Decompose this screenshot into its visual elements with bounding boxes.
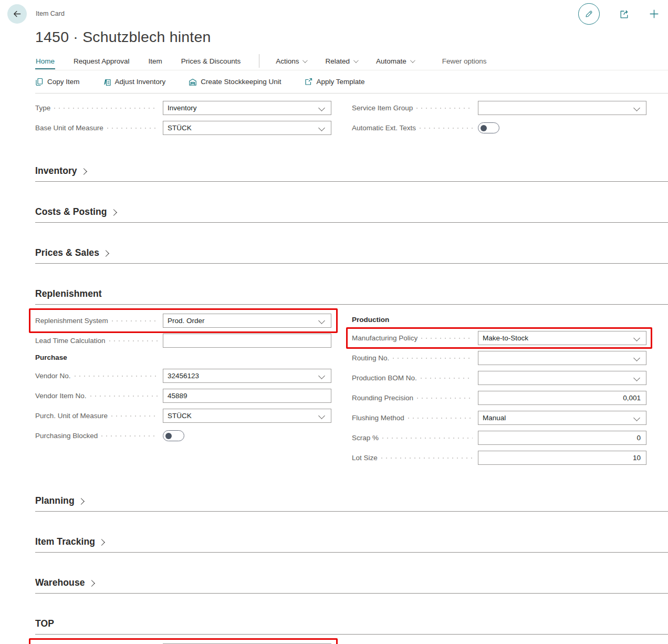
chevron-down-icon [318, 372, 325, 379]
field-scrap-pct: Scrap % 0 [352, 431, 646, 445]
field-purch-uom: Purch. Unit of Measure STÜCK [35, 409, 331, 423]
field-lead-time-calculation: Lead Time Calculation [35, 334, 331, 348]
section-planning[interactable]: Planning [35, 495, 668, 512]
action-toolbar: Copy Item Adjust Inventory Create Stockk… [35, 70, 668, 94]
top-fields: TOP Planning Relevance Include TOP Prod.… [35, 635, 668, 644]
field-lot-size: Lot Size 10 [352, 451, 646, 465]
create-stockkeeping-unit-button[interactable]: Create Stockkeeping Unit [189, 78, 281, 86]
purchase-subheader: Purchase [35, 354, 331, 361]
field-routing-no: Routing No. [352, 351, 646, 365]
production-bom-no-dropdown[interactable] [478, 371, 646, 385]
menu-bar: Home Request Approval Item Prices & Disc… [35, 54, 668, 70]
chevron-down-icon [633, 375, 640, 381]
chevron-right-icon [88, 580, 95, 587]
share-icon [619, 8, 630, 19]
chevron-down-icon [633, 355, 640, 361]
lead-time-calculation-input[interactable] [163, 334, 331, 348]
menu-automate[interactable]: Automate [375, 55, 414, 69]
apply-template-icon [304, 78, 312, 86]
apply-template-button[interactable]: Apply Template [304, 78, 364, 86]
field-production-bom-no: Production BOM No. [352, 371, 646, 385]
chevron-down-icon [633, 414, 640, 421]
production-subheader: Production [352, 316, 646, 324]
section-costs-posting[interactable]: Costs & Posting [35, 206, 668, 223]
chevron-down-icon [318, 124, 325, 131]
base-uom-dropdown[interactable]: STÜCK [163, 121, 331, 135]
card-content: Type Inventory Base Unit of Measure STÜC… [0, 94, 668, 644]
section-item-tracking[interactable]: Item Tracking [35, 536, 668, 553]
field-vendor-no: Vendor No. 32456123 [35, 369, 331, 383]
vendor-no-dropdown[interactable]: 32456123 [163, 369, 331, 383]
tab-request-approval[interactable]: Request Approval [73, 55, 130, 69]
chevron-right-icon [98, 539, 105, 546]
highlight-top-fields: TOP Planning Relevance Include TOP Prod.… [29, 638, 338, 644]
highlight-manufacturing-policy: Manufacturing Policy Make-to-Stock [346, 327, 652, 349]
field-service-item-group: Service Item Group [352, 101, 646, 115]
section-top[interactable]: TOP [35, 618, 668, 635]
chevron-down-icon [318, 412, 325, 419]
highlight-replenishment-system: Replenishment System Prod. Order [29, 308, 338, 333]
chevron-down-icon [633, 335, 640, 341]
scrap-pct-input[interactable]: 0 [478, 431, 646, 445]
tab-home[interactable]: Home [35, 55, 55, 69]
manufacturing-policy-dropdown[interactable]: Make-to-Stock [478, 331, 646, 345]
chevron-down-icon [302, 58, 308, 63]
chevron-down-icon [410, 58, 415, 63]
field-rounding-precision: Rounding Precision 0,001 [352, 391, 646, 405]
chevron-down-icon [318, 105, 325, 111]
section-warehouse[interactable]: Warehouse [35, 577, 668, 594]
share-button[interactable] [619, 8, 630, 19]
plus-icon [649, 8, 660, 19]
field-purchasing-blocked: Purchasing Blocked [35, 429, 331, 443]
top-bar: Item Card [0, 0, 668, 27]
back-button[interactable] [7, 4, 27, 24]
flushing-method-dropdown[interactable]: Manual [478, 411, 646, 425]
fewer-options-button[interactable]: Fewer options [442, 55, 487, 69]
adjust-inventory-icon [103, 78, 111, 86]
field-type: Type Inventory [35, 101, 331, 115]
page-type-label: Item Card [36, 10, 65, 17]
pencil-icon [584, 9, 594, 19]
field-base-uom: Base Unit of Measure STÜCK [35, 121, 331, 135]
field-replenishment-system: Replenishment System Prod. Order [35, 314, 331, 328]
field-manufacturing-policy: Manufacturing Policy Make-to-Stock [352, 331, 646, 345]
warehouse-icon [189, 78, 197, 86]
tab-divider [259, 54, 259, 68]
service-item-group-dropdown[interactable] [478, 101, 646, 115]
automatic-ext-texts-toggle[interactable] [478, 122, 499, 133]
edit-button[interactable] [578, 3, 600, 25]
chevron-right-icon [78, 498, 85, 505]
chevron-down-icon [318, 317, 325, 324]
chevron-down-icon [353, 58, 359, 63]
tab-prices-discounts[interactable]: Prices & Discounts [181, 55, 241, 69]
replenishment-system-dropdown[interactable]: Prod. Order [163, 314, 331, 328]
lot-size-input[interactable]: 10 [478, 451, 646, 465]
page-title: 1450 · Schutzblech hinten [0, 27, 668, 46]
field-automatic-ext-texts: Automatic Ext. Texts [352, 121, 646, 135]
chevron-right-icon [110, 209, 117, 216]
chevron-down-icon [633, 105, 640, 111]
copy-icon [35, 78, 44, 86]
rounding-precision-input[interactable]: 0,001 [478, 391, 646, 405]
adjust-inventory-button[interactable]: Adjust Inventory [103, 78, 166, 86]
menu-related[interactable]: Related [325, 55, 358, 69]
copy-item-button[interactable]: Copy Item [35, 78, 80, 86]
tab-item[interactable]: Item [148, 55, 163, 69]
purch-uom-dropdown[interactable]: STÜCK [163, 409, 331, 423]
section-prices-sales[interactable]: Prices & Sales [35, 247, 668, 264]
field-flushing-method: Flushing Method Manual [352, 411, 646, 425]
type-dropdown[interactable]: Inventory [163, 101, 331, 115]
chevron-right-icon [102, 250, 109, 257]
routing-no-dropdown[interactable] [478, 351, 646, 365]
menu-actions[interactable]: Actions [275, 55, 307, 69]
vendor-item-no-input[interactable]: 45889 [163, 389, 331, 403]
back-arrow-icon [12, 9, 22, 19]
chevron-right-icon [80, 168, 87, 175]
section-replenishment[interactable]: Replenishment [35, 288, 668, 305]
purchasing-blocked-toggle[interactable] [163, 430, 184, 441]
field-vendor-item-no: Vendor Item No. 45889 [35, 389, 331, 403]
replenishment-fields: Replenishment System Prod. Order Lead Ti… [35, 305, 668, 471]
new-button[interactable] [649, 8, 660, 19]
general-fields: Type Inventory Base Unit of Measure STÜC… [35, 94, 668, 141]
section-inventory[interactable]: Inventory [35, 165, 668, 182]
